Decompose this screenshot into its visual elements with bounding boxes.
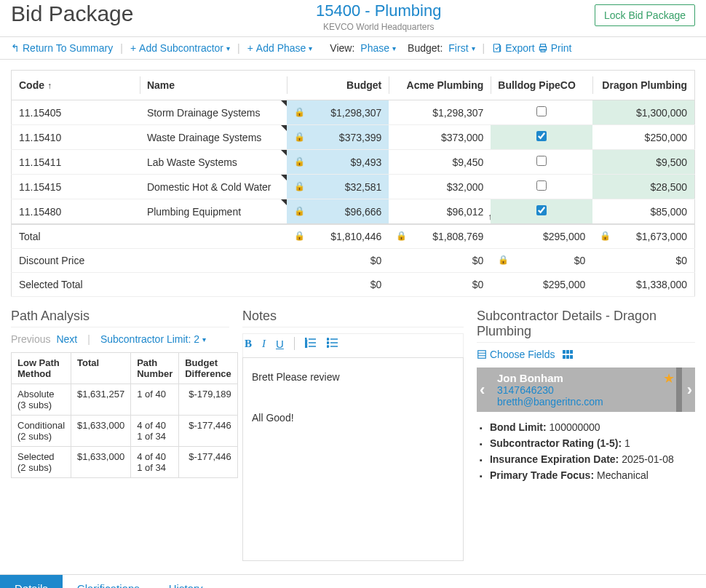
cell-name[interactable]: Storm Drainage Systems: [140, 100, 287, 125]
detail-item: Insurance Expiration Date: 2025-01-08: [480, 451, 695, 467]
cell-name[interactable]: Waste Drainage Systems: [140, 125, 287, 150]
cell-sub3[interactable]: $1,300,000: [592, 100, 694, 125]
path-previous-button[interactable]: Previous: [11, 333, 50, 345]
total-sub3: 🔒$1,673,000: [592, 224, 694, 249]
budget-selector[interactable]: Budget: First ▾: [408, 42, 475, 54]
action-toolbar: ↰ Return To Summary | + Add Subcontracto…: [0, 37, 706, 60]
cell-budget[interactable]: 🔒$96,666: [287, 199, 389, 225]
underline-icon[interactable]: U: [276, 338, 284, 350]
print-button[interactable]: Print: [538, 42, 572, 54]
cell-budget[interactable]: 🔒$32,581: [287, 175, 389, 199]
unordered-list-icon[interactable]: [327, 338, 338, 350]
separator: |: [237, 42, 240, 54]
lock-bid-package-button[interactable]: Lock Bid Package: [595, 4, 695, 26]
separator: [294, 337, 295, 350]
lock-icon: 🔒: [294, 107, 305, 117]
add-subcontractor-button[interactable]: + Add Subcontractor ▾: [130, 42, 230, 54]
bid-checkbox[interactable]: [536, 106, 547, 116]
cell-budget[interactable]: 🔒$1,298,307: [287, 100, 389, 125]
export-label: Export: [505, 42, 534, 54]
cell-sub1[interactable]: $373,000: [389, 125, 491, 150]
next-contact-icon[interactable]: ›: [687, 381, 692, 400]
path-number: 1 of 40: [131, 384, 179, 416]
table-row: 11.15410Waste Drainage Systems🔒$373,399$…: [12, 125, 695, 150]
cell-sub2[interactable]: [491, 175, 592, 199]
note-line: Brett Please review: [252, 367, 454, 387]
cell-name[interactable]: Domestic Hot & Cold Water: [140, 175, 287, 199]
bid-checkbox[interactable]: [536, 205, 547, 215]
add-phase-button[interactable]: + Add Phase ▾: [247, 42, 313, 54]
cell-sub1[interactable]: $96,012↑: [389, 199, 491, 225]
table-row: 11.15411Lab Waste Systems🔒$9,493$9,450$9…: [12, 150, 695, 175]
contact-phone[interactable]: 3147646230: [497, 384, 675, 396]
italic-icon[interactable]: I: [262, 338, 266, 350]
cell-sub3[interactable]: $85,000: [592, 199, 694, 225]
caret-down-icon: ▾: [202, 335, 206, 343]
lock-icon: 🔒: [396, 231, 407, 241]
cell-sub2[interactable]: [491, 125, 592, 150]
return-to-summary-link[interactable]: ↰ Return To Summary: [11, 42, 113, 54]
tab-history[interactable]: History: [154, 575, 218, 588]
col-budget-header[interactable]: Budget: [287, 71, 389, 100]
cell-code[interactable]: 11.15415: [12, 175, 140, 199]
header-center: 15400 - Plumbing KEVCO World Headquarter…: [162, 1, 594, 32]
path-next-button[interactable]: Next: [56, 333, 77, 345]
path-total: $1,633,000: [71, 447, 131, 478]
cell-budget[interactable]: 🔒$373,399: [287, 125, 389, 150]
cell-code[interactable]: 11.15410: [12, 125, 140, 150]
notes-editor[interactable]: Brett Please review All Good!: [242, 357, 464, 561]
path-diff: $-177,446: [179, 416, 238, 447]
cell-sub1[interactable]: $32,000: [389, 175, 491, 199]
detail-list: Bond Limit: 100000000Subcontractor Ratin…: [477, 419, 695, 483]
contact-email[interactable]: bretth@bangeritnc.com: [497, 396, 675, 408]
lock-icon: 🔒: [294, 181, 305, 191]
cell-sub3[interactable]: $9,500: [592, 150, 694, 175]
table-row: 11.15405Storm Drainage Systems🔒$1,298,30…: [12, 100, 695, 125]
cell-sub1[interactable]: $1,298,307: [389, 100, 491, 125]
tab-clarifications[interactable]: Clarifications: [63, 575, 154, 588]
prev-contact-icon[interactable]: ‹: [480, 381, 485, 400]
notes-title: Notes: [242, 309, 464, 327]
table-header-row: Code↑ Name Budget Acme Plumbing Bulldog …: [12, 71, 695, 100]
svg-point-7: [327, 338, 328, 339]
grid-view-icon[interactable]: [563, 350, 574, 359]
path-table: Low Path Method Total Path Number Budget…: [11, 352, 238, 478]
cell-sub1[interactable]: $9,450: [389, 150, 491, 175]
cell-sub2[interactable]: [491, 150, 592, 175]
export-icon: [492, 43, 502, 53]
cell-code[interactable]: 11.15480: [12, 199, 140, 225]
path-row: Absolute (3 subs)$1,631,2571 of 40$-179,…: [12, 384, 238, 416]
bid-table: Code↑ Name Budget Acme Plumbing Bulldog …: [11, 70, 695, 297]
col-sub1-header[interactable]: Acme Plumbing: [389, 71, 491, 100]
cell-code[interactable]: 11.15411: [12, 150, 140, 175]
col-name-header[interactable]: Name: [140, 71, 287, 100]
export-button[interactable]: Export: [492, 42, 534, 54]
cell-budget[interactable]: 🔒$9,493: [287, 150, 389, 175]
discount-budget: $0: [287, 249, 389, 273]
cell-sub2[interactable]: [491, 100, 592, 125]
bid-checkbox[interactable]: [536, 156, 547, 166]
col-sub3-header[interactable]: Dragon Plumbing: [592, 71, 694, 100]
bid-checkbox[interactable]: [536, 131, 547, 141]
cell-sub3[interactable]: $250,000: [592, 125, 694, 150]
cell-code[interactable]: 11.15405: [12, 100, 140, 125]
ordered-list-icon[interactable]: 123: [305, 338, 317, 350]
cell-name[interactable]: Plumbing Equipment: [140, 199, 287, 225]
path-row: Conditional (2 subs)$1,633,0004 of 40 1 …: [12, 416, 238, 447]
choose-fields-button[interactable]: Choose Fields: [477, 349, 555, 360]
add-phase-label: Add Phase: [256, 42, 306, 54]
tab-details[interactable]: Details: [0, 575, 63, 588]
col-code-header[interactable]: Code↑: [12, 71, 140, 100]
subcontractor-details-panel: Subcontractor Details - Dragon Plumbing …: [477, 309, 695, 561]
star-icon[interactable]: ★: [663, 370, 675, 386]
col-sub2-header[interactable]: Bulldog PipeCO: [491, 71, 592, 100]
cell-name[interactable]: Lab Waste Systems: [140, 150, 287, 175]
bold-icon[interactable]: B: [245, 338, 252, 350]
path-diff: $-177,446: [179, 447, 238, 478]
bid-checkbox[interactable]: [536, 180, 547, 191]
sub-limit-label: Subcontractor Limit: 2: [100, 333, 199, 345]
sub-limit-dropdown[interactable]: Subcontractor Limit: 2 ▾: [100, 333, 206, 345]
cell-sub2[interactable]: [491, 199, 592, 225]
cell-sub3[interactable]: $28,500: [592, 175, 694, 199]
view-selector[interactable]: View: Phase ▾: [330, 42, 396, 54]
